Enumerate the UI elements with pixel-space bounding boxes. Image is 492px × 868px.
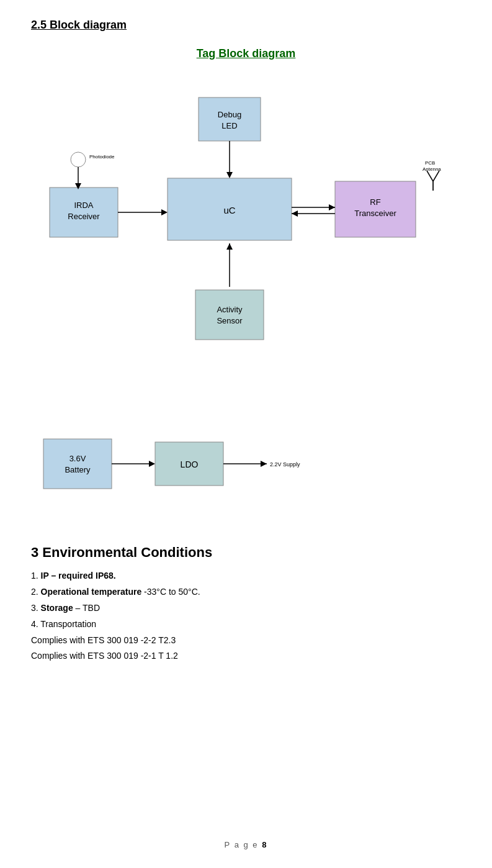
svg-point-24 xyxy=(71,152,86,167)
svg-marker-19 xyxy=(329,204,335,210)
page-label: P a g e xyxy=(225,840,262,849)
env-item-4: 4. Transportation xyxy=(31,617,461,633)
svg-rect-0 xyxy=(199,97,261,141)
svg-text:RF: RF xyxy=(370,197,380,207)
svg-marker-23 xyxy=(226,243,233,250)
svg-text:Receiver: Receiver xyxy=(68,212,100,221)
block-diagram: Debug LED uC IRDA Receiver RF Transceive… xyxy=(31,79,461,402)
svg-line-30 xyxy=(433,171,439,181)
svg-text:Transceiver: Transceiver xyxy=(354,209,396,218)
power-svg: 3.6V Battery LDO 2.2V Supply xyxy=(31,427,461,507)
page-footer: P a g e 8 xyxy=(0,840,492,849)
page-number: 8 xyxy=(262,840,267,849)
svg-text:uC: uC xyxy=(223,205,235,215)
svg-text:Battery: Battery xyxy=(65,465,91,474)
env-item-3: 3. Storage – TBD xyxy=(31,600,461,617)
svg-marker-43 xyxy=(261,461,267,467)
env-item-2: 2. Operational temperature -33°C to 50°C… xyxy=(31,584,461,600)
svg-text:Photodiode: Photodiode xyxy=(89,154,115,160)
svg-marker-41 xyxy=(149,461,155,467)
diagram-title: Tag Block diagram xyxy=(31,47,461,60)
env-list: 1. IP – required IP68. 2. Operational te… xyxy=(31,568,461,664)
svg-text:PCB: PCB xyxy=(425,160,435,166)
svg-text:LDO: LDO xyxy=(181,459,199,469)
svg-text:3.6V: 3.6V xyxy=(69,454,86,463)
svg-text:2.2V Supply: 2.2V Supply xyxy=(270,461,300,468)
svg-text:Antenna: Antenna xyxy=(423,166,441,172)
svg-marker-21 xyxy=(292,210,298,217)
svg-marker-17 xyxy=(161,209,168,215)
svg-text:LED: LED xyxy=(221,121,237,130)
env-heading: 3 Environmental Conditions xyxy=(31,545,461,561)
svg-text:Debug: Debug xyxy=(218,110,241,119)
svg-marker-15 xyxy=(226,172,233,178)
env-item-6: Complies with ETS 300 019 -2-1 T 1.2 xyxy=(31,648,461,664)
env-item-1: 1. IP – required IP68. xyxy=(31,568,461,584)
power-section: 3.6V Battery LDO 2.2V Supply xyxy=(31,427,461,507)
section-heading: 2.5 Block diagram xyxy=(31,19,461,32)
diagram-svg: Debug LED uC IRDA Receiver RF Transceive… xyxy=(31,79,461,402)
environmental-section: 3 Environmental Conditions 1. IP – requi… xyxy=(31,545,461,664)
svg-rect-11 xyxy=(195,290,264,340)
svg-line-29 xyxy=(427,171,433,181)
env-item-5: Complies with ETS 300 019 -2-2 T2.3 xyxy=(31,633,461,649)
svg-text:Activity: Activity xyxy=(217,305,243,314)
svg-text:Sensor: Sensor xyxy=(217,316,243,325)
svg-rect-35 xyxy=(43,439,112,489)
svg-text:IRDA: IRDA xyxy=(74,201,93,210)
